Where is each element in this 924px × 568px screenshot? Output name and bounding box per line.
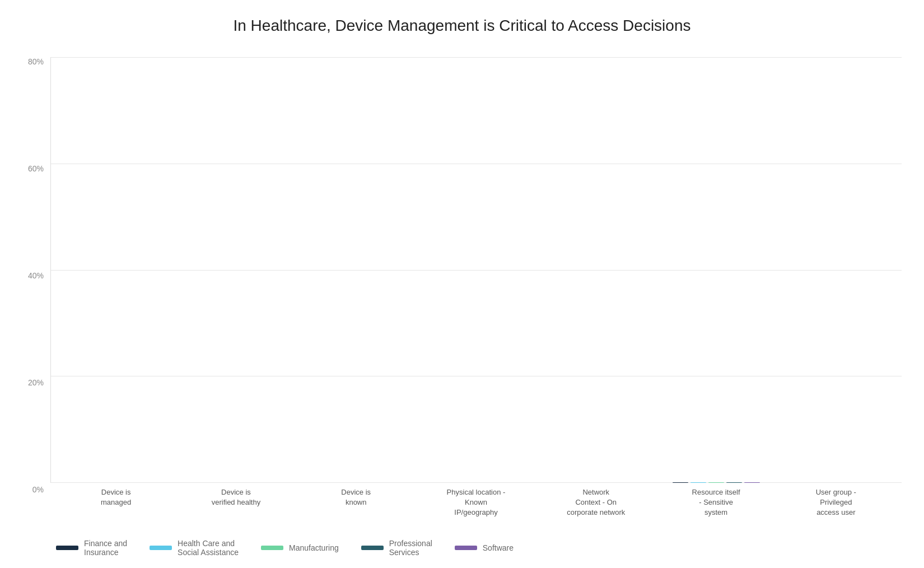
chart-title: In Healthcare, Device Management is Crit…: [233, 17, 690, 35]
legend: Finance and InsuranceHealth Care and Soc…: [22, 528, 902, 557]
x-axis-label: Resource itself - Sensitive system: [677, 487, 755, 528]
legend-item: Software: [455, 539, 514, 557]
bar: [726, 482, 742, 483]
x-labels: Device is managedDevice is verified heal…: [50, 483, 902, 528]
chart-inner: Device is managedDevice is verified heal…: [50, 57, 902, 528]
bar: [744, 482, 760, 483]
bars-container: [51, 57, 902, 483]
legend-swatch: [455, 546, 477, 550]
legend-label: Software: [483, 543, 514, 552]
legend-item: Finance and Insurance: [56, 539, 127, 557]
legend-item: Manufacturing: [261, 539, 339, 557]
legend-swatch: [56, 546, 78, 550]
y-axis-label: 20%: [28, 378, 44, 387]
x-axis-label: Device is known: [317, 487, 395, 528]
x-axis-label: User group - Privileged access user: [797, 487, 875, 528]
y-axis-label: 60%: [28, 164, 44, 173]
legend-item: Health Care and Social Assistance: [150, 539, 239, 557]
legend-swatch: [261, 546, 283, 550]
chart-area: 0%20%40%60%80% Device is managedDevice i…: [22, 57, 902, 528]
legend-label: Health Care and Social Assistance: [178, 539, 239, 557]
bar-group: [673, 482, 760, 483]
legend-swatch: [150, 546, 172, 550]
x-axis-label: Network Context - On corporate network: [557, 487, 635, 528]
y-axis-label: 0%: [32, 485, 44, 494]
x-axis-label: Device is managed: [77, 487, 155, 528]
legend-label: Professional Services: [389, 539, 432, 557]
y-axis: 0%20%40%60%80%: [22, 57, 50, 528]
bar: [690, 482, 706, 483]
x-axis-label: Device is verified healthy: [197, 487, 275, 528]
x-axis-label: Physical location - Known IP/geography: [437, 487, 515, 528]
legend-item: Professional Services: [361, 539, 432, 557]
legend-label: Manufacturing: [289, 543, 339, 552]
legend-label: Finance and Insurance: [84, 539, 127, 557]
grid-and-bars: [50, 57, 902, 483]
y-axis-label: 40%: [28, 271, 44, 280]
bar: [673, 482, 688, 483]
bar: [708, 482, 724, 483]
y-axis-label: 80%: [28, 57, 44, 66]
legend-swatch: [361, 546, 384, 550]
